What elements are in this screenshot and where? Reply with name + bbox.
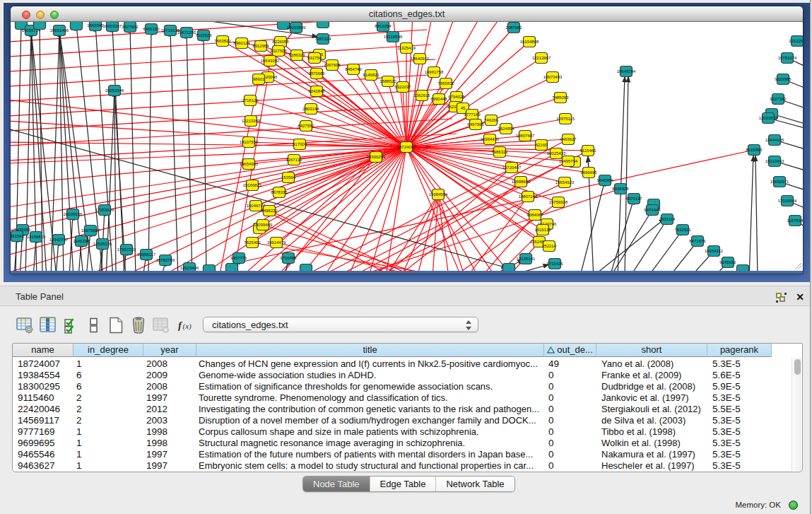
new-column-button[interactable] [107,316,125,334]
table-row[interactable]: 1456911722003Disruption of a novel membe… [13,415,803,426]
table-mode-button[interactable] [16,316,34,334]
tab-node-table[interactable]: Node Table [303,477,370,491]
table-row[interactable]: 969969511998Structural magnetic resonanc… [13,438,803,449]
graph-node[interactable] [226,264,238,271]
column-header-out_de[interactable]: out_de... [544,344,596,357]
graph-node-label: 7625402 [244,240,261,245]
graph-node-label: 917006 [293,142,307,146]
table-cell: 2 [73,415,143,426]
graph-node-label: 10973493 [543,75,563,79]
tab-edge-table[interactable]: Edge Table [370,477,437,491]
table-cell: 1 [73,358,143,370]
table-row[interactable]: 946362711997Embryonic stem cells: a mode… [13,460,803,472]
table-cell: 5.3E-5 [707,449,772,460]
function-builder-button[interactable]: f (x) [177,316,195,334]
graph-node[interactable] [34,22,46,30]
close-panel-icon[interactable]: ✕ [796,291,804,303]
graph-edge[interactable] [625,76,628,271]
table-cell: 9699695 [13,438,73,449]
table-cell: Investigating the contribution of common… [196,404,544,415]
table-cell: Structural magnetic resonance image aver… [196,438,544,449]
network-canvas[interactable]: 1405571420691406166394310653267152760264… [11,22,803,271]
graph-node[interactable] [71,22,83,30]
table-row[interactable]: 1830029562008Estimation of significance … [13,381,803,392]
graph-edge[interactable] [11,45,431,71]
graph-node-label: 7986322 [491,150,508,154]
unselect-all-button[interactable] [85,316,103,334]
table-toolbar: f (x) citations_edges.txt [12,315,803,337]
table-selector-dropdown[interactable]: citations_edges.txt [203,317,478,332]
table-cell: 9465546 [13,449,73,460]
table-cell: 9777169 [13,426,73,438]
column-header-pagerank[interactable]: pagerank [707,344,772,357]
graph-node-label: 7515526 [195,33,212,37]
table-row[interactable]: 2242004622012Investigating the contribut… [13,404,803,415]
window-titlebar[interactable]: citations_edges.txt [11,6,803,22]
resize-grip-icon[interactable] [794,262,802,270]
graph-edge[interactable] [406,147,565,182]
graph-edge[interactable] [749,156,753,271]
column-header-name[interactable]: name [13,344,73,357]
show-column-button[interactable] [39,316,57,334]
graph-node-label: 8454749 [345,67,362,71]
table-cell: 2 [73,392,143,404]
graph-edge[interactable] [11,147,406,163]
delete-column-button[interactable] [129,316,148,334]
graph-edge[interactable] [618,76,625,271]
graph-edge[interactable] [11,89,444,116]
memory-status-label: Memory: OK [735,501,781,509]
table-cell: 5.6E-5 [707,370,772,381]
table-cell: 5.5E-5 [707,404,772,415]
memory-status-indicator[interactable] [789,501,798,510]
table-vertical-scrollbar[interactable] [792,358,801,471]
column-header-in_degree[interactable]: in_degree [73,344,143,357]
graph-edge[interactable] [114,90,126,271]
delete-table-button[interactable] [152,316,170,334]
table-row[interactable]: 1872400712008Changes of HCN gene express… [13,358,803,370]
graph-node-label: 20364436 [481,137,500,141]
float-panel-icon[interactable] [775,291,787,303]
citation-network-graph[interactable]: 1405571420691406166394310653267152760264… [11,22,803,271]
table-row[interactable]: 946554611997Estimation of the future num… [13,449,803,460]
table-row[interactable]: 911546021997Tourette syndrome. Phenomeno… [13,392,803,404]
graph-node[interactable] [204,265,216,271]
graph-edge[interactable] [519,264,549,271]
graph-edge[interactable] [95,25,113,271]
graph-edge[interactable] [406,22,503,147]
graph-node-label: 7663822 [214,39,231,43]
graph-edge[interactable] [629,219,667,271]
graph-node-label: 1167534 [787,218,803,223]
graph-node[interactable] [503,264,515,271]
table-cell: Wolkin et al. (1998) [596,438,707,449]
graph-edge[interactable] [755,156,758,271]
table-cell: 22420046 [13,404,73,415]
graph-node[interactable] [737,265,749,271]
tab-network-table[interactable]: Network Table [436,477,514,491]
graph-edge[interactable] [204,35,206,271]
select-all-button[interactable] [63,316,81,334]
table-row[interactable]: 977716911998Corpus callosum shape and si… [13,426,803,438]
column-header-title[interactable]: title [196,344,544,357]
graph-edge[interactable] [406,147,516,271]
graph-node-label: 153594 [281,175,296,180]
graph-node-label: 18807249 [519,194,538,199]
table-cell: 1 [73,426,143,438]
graph-node[interactable] [317,22,329,28]
graph-node-label: 8912954 [252,44,269,48]
graph-edge[interactable] [367,147,406,271]
graph-edge[interactable] [647,230,683,271]
graph-node-label: 1362615 [413,93,430,98]
table-cell: 0 [544,438,596,449]
column-header-short[interactable]: short [596,344,707,357]
graph-edge[interactable] [187,33,192,271]
column-header-year[interactable]: year [143,344,196,357]
graph-node-label: 932750 [307,56,322,60]
graph-node[interactable] [300,264,312,271]
scrollbar-thumb[interactable] [794,359,801,375]
graph-edge[interactable] [609,210,652,271]
graph-edge[interactable] [148,29,151,271]
table-row[interactable]: 1938455462009Genome-wide association stu… [13,370,803,381]
graph-edge[interactable] [276,243,424,271]
graph-node-label: 9457771 [230,256,247,260]
graph-edge[interactable] [590,218,665,271]
